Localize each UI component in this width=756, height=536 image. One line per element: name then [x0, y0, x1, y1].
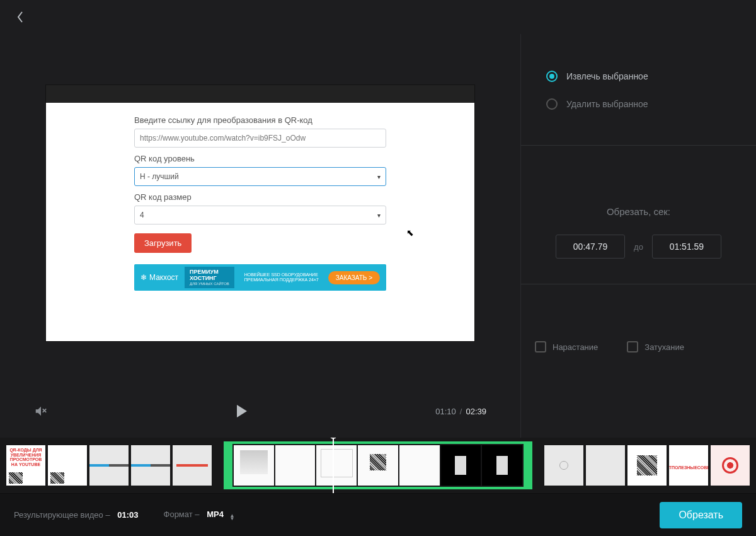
- playhead[interactable]: [333, 438, 334, 493]
- radio-icon: [546, 71, 558, 82]
- chevron-left-icon: [17, 11, 23, 23]
- mode-extract-radio[interactable]: Извлечь выбранное: [546, 71, 743, 82]
- timeline[interactable]: QR-КОДЫ ДЛЯ УВЕЛИЧЕНИЯ ПРОСМОТРОВ НА YOU…: [0, 438, 756, 493]
- format-block[interactable]: Формат – MP4 ▲▼: [164, 510, 235, 520]
- fade-out-checkbox[interactable]: Затухание: [627, 341, 684, 352]
- selection-handle-left[interactable]: [226, 444, 232, 487]
- timeline-thumb[interactable]: [399, 445, 440, 486]
- timeline-thumb[interactable]: [173, 445, 212, 486]
- selection-content: [232, 444, 524, 487]
- banner-features: НОВЕЙШЕЕ SSD ОБОРУДОВАНИЕ ПРЕМИАЛЬНАЯ ПО…: [241, 272, 322, 283]
- volume-muted-icon: [34, 404, 48, 418]
- current-time: 01:10: [435, 407, 456, 416]
- result-label: Результирующее видео –: [14, 510, 110, 520]
- selection-handle-right[interactable]: [524, 444, 530, 487]
- preview-level-value: H - лучший: [140, 172, 179, 181]
- bottom-bar: Результирующее видео – 01:03 Формат – MP…: [0, 493, 756, 536]
- mute-button[interactable]: [34, 404, 48, 418]
- timeline-thumb[interactable]: [131, 445, 170, 486]
- selection-range[interactable]: [224, 441, 532, 489]
- preview-link-label: Введите ссылку для преобразования в QR-к…: [134, 115, 386, 125]
- preview-ad-banner: ❄ Макхост ПРЕМИУМ ХОСТИНГ ДЛЯ УМНЫХ САЙТ…: [134, 264, 386, 291]
- timeline-thumb[interactable]: [358, 445, 398, 486]
- timeline-thumb[interactable]: [627, 445, 667, 486]
- play-button[interactable]: [236, 404, 248, 419]
- play-icon: [236, 404, 248, 419]
- mode-delete-radio[interactable]: Удалить выбранное: [546, 98, 743, 110]
- format-label: Формат –: [164, 510, 200, 519]
- timeline-thumb[interactable]: [586, 445, 625, 486]
- timeline-thumb[interactable]: [544, 445, 583, 486]
- timeline-thumb[interactable]: [234, 445, 274, 486]
- mode-delete-label: Удалить выбранное: [566, 99, 648, 109]
- fade-out-label: Затухание: [644, 342, 684, 352]
- result-duration-block: Результирующее видео – 01:03: [14, 510, 139, 520]
- preview-link-input: [134, 129, 386, 148]
- cursor-icon: ⬉: [406, 228, 414, 238]
- timeline-thumb[interactable]: [482, 445, 522, 486]
- trim-sep-label: до: [634, 242, 643, 252]
- fade-in-label: Нарастание: [553, 342, 598, 352]
- checkbox-icon: [627, 341, 638, 352]
- timeline-thumb[interactable]: [89, 445, 129, 486]
- timeline-thumb[interactable]: [441, 445, 481, 486]
- banner-logo: ❄ Макхост: [140, 273, 178, 282]
- timeline-thumb[interactable]: [275, 445, 316, 486]
- back-button[interactable]: [11, 8, 29, 26]
- snowflake-icon: ❄: [140, 273, 147, 282]
- trim-start-input[interactable]: 00:47.79: [556, 235, 625, 259]
- checkbox-icon: [535, 341, 546, 352]
- timeline-thumb[interactable]: [48, 445, 87, 486]
- preview-size-value: 4: [140, 211, 144, 219]
- timeline-thumb[interactable]: [316, 445, 357, 486]
- time-display: 01:10/02:39: [435, 407, 486, 416]
- timeline-thumb[interactable]: [711, 445, 750, 486]
- format-value: MP4: [207, 510, 224, 519]
- total-duration: 02:39: [466, 407, 486, 416]
- timeline-thumb[interactable]: ПЛЕЙЛИСТ ПОЛЕЗНЫЕ СОВЕТЫ ПО ЮТУБ: [669, 445, 708, 486]
- banner-cta: ЗАКАЗАТЬ >: [328, 271, 380, 284]
- fade-in-checkbox[interactable]: Нарастание: [535, 341, 598, 352]
- chevron-down-icon: ▾: [377, 173, 381, 180]
- preview-submit-button: Загрузить: [134, 233, 192, 253]
- trim-title: Обрезать, сек:: [534, 206, 743, 217]
- video-preview: Введите ссылку для преобразования в QR-к…: [0, 34, 520, 392]
- preview-level-select: H - лучший ▾: [134, 167, 386, 186]
- result-duration: 01:03: [117, 510, 138, 520]
- timeline-thumb[interactable]: QR-КОДЫ ДЛЯ УВЕЛИЧЕНИЯ ПРОСМОТРОВ НА YOU…: [6, 445, 45, 486]
- radio-icon: [546, 98, 558, 110]
- chevron-down-icon: ▾: [377, 212, 381, 219]
- mode-extract-label: Извлечь выбранное: [566, 71, 648, 81]
- crop-button[interactable]: Обрезать: [660, 502, 742, 528]
- preview-level-label: QR код уровень: [134, 154, 386, 163]
- stepper-icon: ▲▼: [230, 514, 235, 520]
- video-frame: Введите ссылку для преобразования в QR-к…: [46, 85, 474, 341]
- banner-mid: ПРЕМИУМ ХОСТИНГ ДЛЯ УМНЫХ САЙТОВ: [185, 267, 234, 288]
- preview-size-select: 4 ▾: [134, 206, 386, 224]
- trim-end-input[interactable]: 01:51.59: [652, 235, 721, 259]
- preview-size-label: QR код размер: [134, 192, 386, 202]
